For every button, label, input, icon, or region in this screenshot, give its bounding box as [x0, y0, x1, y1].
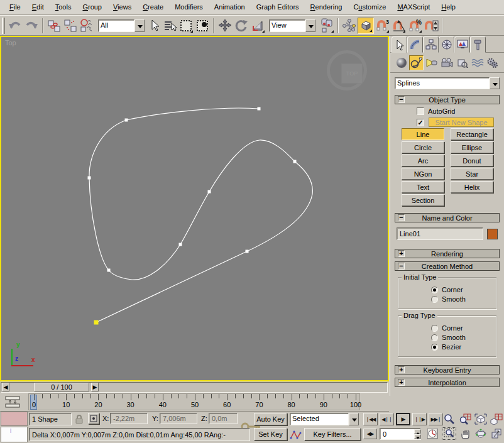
go-to-end-button[interactable]: ▶▶❘: [429, 413, 443, 425]
spline-start-vertex[interactable]: [94, 320, 99, 325]
spline-vertex[interactable]: [179, 243, 182, 246]
radio-corner[interactable]: Corner: [431, 286, 496, 293]
absolute-mode-toggle[interactable]: [88, 413, 99, 424]
y-value-field[interactable]: 7,006m: [160, 413, 197, 424]
zoom-all-button[interactable]: [457, 413, 472, 425]
menu-group[interactable]: Group: [77, 1, 107, 13]
tab-create[interactable]: [392, 36, 407, 53]
spline-vertex[interactable]: [293, 160, 297, 163]
tab-utilities[interactable]: [470, 36, 486, 53]
next-frame-button[interactable]: ❘❘▶: [412, 413, 427, 425]
object-color-swatch[interactable]: [487, 229, 498, 239]
default-in-out-tangents-button[interactable]: [290, 429, 302, 440]
key-mode-toggle-button[interactable]: ◀▶: [363, 429, 377, 439]
frame-spinner[interactable]: [414, 429, 421, 439]
rollout-keyboard-entry[interactable]: + Keyboard Entry: [395, 365, 500, 375]
menu-help[interactable]: Help: [436, 1, 461, 13]
object-name-field[interactable]: Line01: [397, 227, 483, 240]
go-to-start-button[interactable]: ❘◀◀: [363, 413, 378, 425]
zoom-extents-button[interactable]: [473, 413, 488, 425]
category-spacewarps[interactable]: [471, 55, 485, 70]
shape-button-circle[interactable]: Circle: [402, 141, 444, 153]
category-shapes[interactable]: [409, 55, 424, 70]
menu-customize[interactable]: Customize: [348, 1, 392, 13]
select-and-rotate-button[interactable]: [233, 18, 249, 34]
z-value-field[interactable]: 0,0m: [209, 413, 238, 424]
spline-vertex[interactable]: [246, 250, 249, 253]
shape-button-donut[interactable]: Donut: [451, 155, 493, 167]
x-value-field[interactable]: -2,22m: [110, 413, 148, 424]
autogrid-checkbox[interactable]: [417, 107, 424, 115]
shape-button-ellipse[interactable]: Ellipse: [451, 141, 493, 153]
maxscript-macro-recorder[interactable]: [1, 412, 28, 426]
viewport-top[interactable]: Top TOP y x z: [1, 37, 388, 380]
spline-vertex[interactable]: [208, 190, 211, 194]
rollout-creation-method[interactable]: − Creation Method: [395, 261, 500, 271]
tab-hierarchy[interactable]: [423, 36, 439, 53]
shape-button-line[interactable]: Line: [402, 128, 444, 140]
menu-edit[interactable]: Edit: [26, 1, 50, 13]
key-mode-dropdown[interactable]: Selected: [290, 413, 359, 425]
select-and-move-button[interactable]: [217, 18, 233, 34]
snap-3d-button[interactable]: 3: [374, 18, 390, 34]
select-and-manipulate-button[interactable]: [341, 18, 358, 34]
play-button[interactable]: ▶: [396, 413, 410, 425]
shape-category-arrow[interactable]: [490, 77, 500, 89]
rectangular-selection-region-button[interactable]: [178, 18, 194, 34]
toolbar-grip[interactable]: [2, 18, 5, 34]
zoom-extents-all-button[interactable]: [489, 413, 503, 425]
reference-coordinate-dropdown[interactable]: View: [269, 19, 315, 32]
time-slider-prev[interactable]: ◀: [2, 383, 9, 391]
menu-animation[interactable]: Animation: [209, 1, 251, 13]
selection-filter-arrow[interactable]: [134, 19, 145, 32]
select-and-scale-button[interactable]: [249, 18, 266, 34]
spinner-snap-button[interactable]: [423, 18, 439, 34]
rollout-name-color[interactable]: − Name and Color: [395, 213, 500, 222]
region-zoom-button[interactable]: [442, 427, 456, 440]
shape-button-rectangle[interactable]: Rectangle: [451, 128, 493, 140]
percent-snap-button[interactable]: %: [407, 18, 423, 34]
maxscript-mini-listener[interactable]: |: [1, 427, 28, 442]
snaps-toggle-button[interactable]: [358, 18, 374, 34]
radio-smooth[interactable]: Smooth: [431, 334, 496, 341]
arc-rotate-button[interactable]: [473, 427, 488, 440]
time-slider-thumb[interactable]: 0 / 100: [34, 383, 89, 391]
shape-button-text[interactable]: Text: [402, 181, 444, 193]
select-by-name-button[interactable]: [163, 18, 178, 34]
menu-file[interactable]: File: [4, 1, 26, 13]
tab-motion[interactable]: [439, 36, 454, 53]
menu-maxscript[interactable]: MAXScript: [392, 1, 436, 13]
key-mode-arrow[interactable]: [349, 413, 359, 425]
key-filters-button[interactable]: Key Filters...: [304, 428, 361, 440]
menu-create[interactable]: Create: [137, 1, 169, 13]
zoom-button[interactable]: [442, 413, 456, 425]
category-lights[interactable]: [425, 55, 439, 70]
shape-button-arc[interactable]: Arc: [402, 155, 444, 167]
category-geometry[interactable]: [394, 55, 408, 70]
start-new-shape-button[interactable]: Start New Shape: [429, 118, 494, 127]
set-key-button[interactable]: Set Key: [254, 428, 287, 440]
use-pivot-center-button[interactable]: [319, 18, 335, 34]
radio-bezier[interactable]: Bezier: [431, 343, 496, 351]
rollout-object-type[interactable]: − Object Type: [395, 95, 500, 104]
previous-frame-button[interactable]: ◀❘❘: [380, 413, 394, 425]
maximize-viewport-toggle[interactable]: [489, 427, 503, 440]
menu-views[interactable]: Views: [107, 1, 137, 13]
category-systems[interactable]: [486, 55, 500, 70]
coord-system-arrow[interactable]: [305, 19, 315, 32]
menu-modifiers[interactable]: Modifiers: [169, 1, 209, 13]
window-crossing-button[interactable]: [194, 18, 211, 34]
menu-tools[interactable]: Tools: [50, 1, 77, 13]
spline-vertex[interactable]: [107, 269, 111, 272]
shape-button-section[interactable]: Section: [402, 194, 444, 206]
selection-filter-dropdown[interactable]: All: [98, 19, 145, 32]
auto-key-button[interactable]: Auto Key: [254, 413, 287, 425]
start-new-shape-checkbox[interactable]: ✓: [417, 119, 424, 126]
mini-curve-editor-button[interactable]: [5, 396, 21, 408]
trackbar-ruler[interactable]: 0102030405060708090100: [28, 393, 360, 410]
redo-button[interactable]: [23, 18, 40, 34]
radio-smooth[interactable]: Smooth: [431, 295, 496, 303]
shape-category-dropdown[interactable]: Splines: [395, 77, 500, 89]
radio-corner[interactable]: Corner: [431, 324, 496, 332]
category-helpers[interactable]: [455, 55, 469, 70]
